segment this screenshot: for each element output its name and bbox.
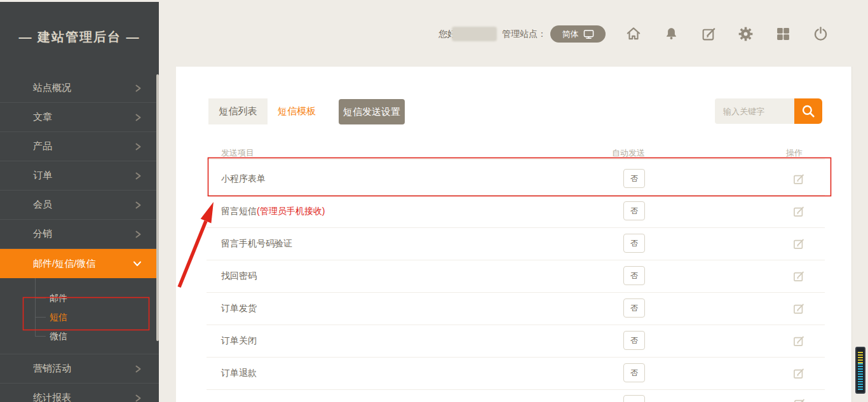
- row-name-red-note: (管理员手机接收): [257, 206, 325, 216]
- auto-send-toggle-button[interactable]: 否: [623, 363, 645, 382]
- sidebar-item-mail-sms-wechat[interactable]: 邮件/短信/微信: [0, 249, 159, 278]
- language-site-button[interactable]: 简体: [550, 25, 606, 43]
- sidebar-item-marketing[interactable]: 营销活动: [0, 354, 159, 384]
- chevron-right-icon: [133, 84, 142, 93]
- edit-row-button[interactable]: [793, 398, 806, 402]
- search-bar: [715, 98, 822, 124]
- notifications-button[interactable]: [663, 25, 679, 42]
- table-row: 订单发货 否: [207, 292, 825, 325]
- edit-row-button[interactable]: [792, 205, 805, 218]
- sidebar-item-label: 产品: [33, 140, 52, 152]
- submenu-item-label: 微信: [50, 331, 67, 341]
- submenu-item-mail[interactable]: 邮件: [0, 288, 159, 307]
- sidebar-item-label: 分销: [33, 228, 52, 240]
- search-input[interactable]: [715, 98, 794, 124]
- chevron-right-icon: [133, 394, 142, 402]
- sidebar-menu: 站点概况 文章 产品 订单 会员 分销: [0, 74, 159, 402]
- row-name: 找回密码: [221, 271, 257, 282]
- edit-icon: [792, 205, 805, 218]
- auto-send-toggle-button[interactable]: 否: [623, 234, 645, 253]
- row-name: 小程序表单: [221, 173, 266, 185]
- auto-send-toggle-button[interactable]: 否: [623, 266, 645, 285]
- level-meter-widget: [855, 347, 865, 394]
- apps-button[interactable]: [775, 25, 791, 42]
- tab-label: 短信模板: [278, 105, 316, 117]
- content-panel: 短信列表 短信模板 短信发送设置 发送项目 自动发送 操作 小程序表单 否: [176, 67, 851, 402]
- sidebar-item-distribution[interactable]: 分销: [0, 220, 159, 249]
- sidebar-item-articles[interactable]: 文章: [0, 103, 159, 132]
- row-name: 订单关闭: [221, 335, 257, 347]
- column-header-item: 发送项目: [221, 147, 254, 159]
- sidebar-item-label: 文章: [33, 111, 52, 123]
- chevron-right-icon: [133, 365, 142, 373]
- sidebar-item-label: 邮件/短信/微信: [33, 258, 95, 270]
- monitor-icon: [583, 29, 594, 39]
- table-row: 找回密码 否: [207, 260, 825, 293]
- sidebar-item-members[interactable]: 会员: [0, 191, 159, 220]
- sidebar-item-statistics[interactable]: 统计报表: [0, 384, 159, 402]
- sidebar-item-site-overview[interactable]: 站点概况: [0, 74, 159, 103]
- edit-row-button[interactable]: [792, 270, 805, 283]
- manage-site-label: 管理站点：: [502, 29, 546, 40]
- auto-send-toggle-button[interactable]: 否: [623, 201, 645, 220]
- row-name: 留言短信(管理员手机接收): [221, 206, 325, 217]
- sidebar-submenu: 邮件 短信 微信: [0, 278, 159, 354]
- sidebar-item-label: 营销活动: [33, 363, 71, 375]
- table-row: 留言手机号码验证 否: [207, 227, 825, 260]
- auto-send-toggle-button[interactable]: [623, 395, 645, 402]
- chevron-down-icon: [132, 259, 142, 268]
- column-header-action: 操作: [786, 147, 803, 159]
- sidebar-item-label: 统计报表: [33, 392, 71, 402]
- edit-icon: [792, 238, 805, 250]
- sidebar-item-products[interactable]: 产品: [0, 132, 159, 161]
- edit-icon: [793, 398, 806, 402]
- auto-send-toggle-button[interactable]: 否: [623, 331, 645, 350]
- auto-send-toggle-button[interactable]: 否: [623, 169, 645, 188]
- edit-row-button[interactable]: [792, 238, 805, 250]
- bell-icon: [663, 26, 679, 42]
- apps-grid-icon: [776, 27, 790, 41]
- tab-label: 短信列表: [219, 105, 257, 117]
- panel-right-edge: [851, 67, 852, 402]
- edit-row-button[interactable]: [792, 173, 805, 185]
- app-window: — 建站管理后台 — 站点概况 文章 产品 订单 会员: [0, 0, 868, 402]
- gear-icon: [738, 26, 754, 42]
- table-row: 订单退款 否: [207, 357, 825, 390]
- submenu-item-wechat[interactable]: 微信: [0, 326, 159, 345]
- logout-button[interactable]: [812, 25, 829, 42]
- auto-send-toggle-button[interactable]: 否: [623, 298, 645, 318]
- edit-icon: [792, 335, 805, 347]
- sidebar-item-label: 站点概况: [33, 82, 71, 94]
- home-button[interactable]: [625, 25, 642, 42]
- username-redacted: [453, 28, 496, 40]
- sidebar-title: — 建站管理后台 —: [0, 2, 159, 46]
- edit-icon: [792, 367, 805, 380]
- home-icon: [625, 25, 642, 42]
- sidebar-item-orders[interactable]: 订单: [0, 161, 159, 191]
- meter-cyan-bars: [858, 363, 863, 390]
- tab-sms-list[interactable]: 短信列表: [208, 98, 268, 124]
- sidebar: — 建站管理后台 — 站点概况 文章 产品 订单 会员: [0, 2, 159, 402]
- search-button[interactable]: [794, 98, 822, 124]
- edit-row-button[interactable]: [792, 335, 805, 347]
- table-row: 订单关闭 否: [207, 325, 825, 358]
- compose-icon: [701, 26, 717, 42]
- language-label: 简体: [562, 29, 579, 40]
- table-row: 留言短信(管理员手机接收) 否: [207, 195, 825, 228]
- sms-send-settings-button[interactable]: 短信发送设置: [339, 99, 405, 124]
- table-header-divider: [207, 159, 825, 159]
- meter-yellow-bars: [858, 352, 863, 363]
- sidebar-scrollbar[interactable]: [156, 74, 159, 341]
- chevron-right-icon: [133, 230, 142, 239]
- tab-sms-template[interactable]: 短信模板: [268, 98, 326, 124]
- compose-button[interactable]: [700, 25, 717, 42]
- chevron-right-icon: [133, 142, 142, 151]
- edit-row-button[interactable]: [792, 367, 805, 380]
- submenu-item-label: 短信: [50, 312, 67, 322]
- settings-button[interactable]: [737, 25, 754, 42]
- sidebar-item-label: 会员: [33, 199, 52, 211]
- submenu-item-sms[interactable]: 短信: [0, 307, 159, 326]
- sidebar-item-label: 订单: [33, 170, 52, 182]
- chevron-right-icon: [133, 113, 142, 122]
- edit-row-button[interactable]: [792, 302, 805, 315]
